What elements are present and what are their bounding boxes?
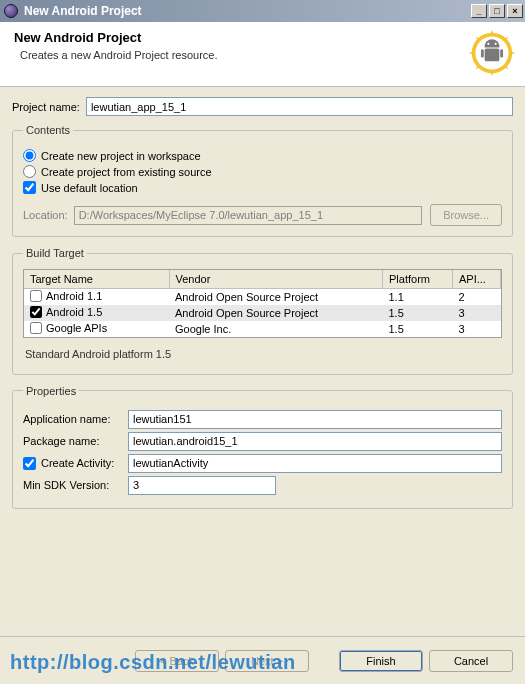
table-row[interactable]: Google APIsGoogle Inc.1.53 [24, 321, 501, 337]
back-button: < Back [135, 650, 219, 672]
min-sdk-label: Min SDK Version: [23, 479, 109, 491]
create-existing-label[interactable]: Create project from existing source [41, 166, 212, 178]
create-activity-label: Create Activity: [41, 457, 114, 469]
build-target-group: Build Target Target Name Vendor Platform… [12, 247, 513, 375]
table-row[interactable]: Android 1.5Android Open Source Project1.… [24, 305, 501, 321]
android-badge-icon [469, 30, 515, 76]
use-default-location-label[interactable]: Use default location [41, 182, 138, 194]
target-checkbox[interactable] [30, 322, 42, 334]
package-name-label: Package name: [23, 435, 99, 447]
table-row[interactable]: Android 1.1Android Open Source Project1.… [24, 288, 501, 305]
svg-marker-4 [510, 51, 515, 55]
target-vendor: Android Open Source Project [169, 305, 383, 321]
project-name-row: Project name: [12, 97, 513, 116]
package-name-input[interactable] [128, 432, 502, 451]
target-checkbox[interactable] [30, 306, 42, 318]
create-new-label[interactable]: Create new project in workspace [41, 150, 201, 162]
page-title: New Android Project [14, 30, 469, 45]
create-existing-radio[interactable] [23, 165, 36, 178]
target-api: 2 [453, 288, 501, 305]
target-platform: 1.5 [383, 321, 453, 337]
svg-point-12 [495, 43, 497, 45]
target-vendor: Android Open Source Project [169, 288, 383, 305]
target-platform: 1.5 [383, 305, 453, 321]
window-title: New Android Project [24, 4, 469, 18]
next-button: Next > [225, 650, 309, 672]
create-new-radio[interactable] [23, 149, 36, 162]
col-api[interactable]: API... [453, 270, 501, 288]
col-vendor[interactable]: Vendor [169, 270, 383, 288]
wizard-footer: < Back Next > Finish Cancel [0, 636, 525, 684]
target-name: Android 1.5 [46, 306, 102, 318]
create-activity-input[interactable] [128, 454, 502, 473]
properties-legend: Properties [23, 385, 79, 397]
titlebar: New Android Project _ □ × [0, 0, 525, 22]
target-checkbox[interactable] [30, 290, 42, 302]
contents-group: Contents Create new project in workspace… [12, 124, 513, 237]
location-input [74, 206, 422, 225]
target-platform: 1.1 [383, 288, 453, 305]
target-api: 3 [453, 321, 501, 337]
browse-button: Browse... [430, 204, 502, 226]
svg-point-11 [487, 43, 489, 45]
app-name-label: Application name: [23, 413, 110, 425]
col-target[interactable]: Target Name [24, 270, 169, 288]
target-api: 3 [453, 305, 501, 321]
build-target-legend: Build Target [23, 247, 87, 259]
svg-marker-2 [490, 71, 494, 76]
minimize-button[interactable]: _ [471, 4, 487, 18]
location-label: Location: [23, 209, 68, 221]
svg-rect-10 [485, 48, 500, 61]
svg-rect-14 [500, 49, 503, 57]
finish-button[interactable]: Finish [339, 650, 423, 672]
close-button[interactable]: × [507, 4, 523, 18]
col-platform[interactable]: Platform [383, 270, 453, 288]
create-activity-checkbox[interactable] [23, 457, 36, 470]
maximize-button[interactable]: □ [489, 4, 505, 18]
app-name-input[interactable] [128, 410, 502, 429]
min-sdk-input[interactable] [128, 476, 276, 495]
project-name-label: Project name: [12, 101, 80, 113]
target-name: Google APIs [46, 322, 107, 334]
target-name: Android 1.1 [46, 290, 102, 302]
svg-rect-13 [481, 49, 484, 57]
platform-note: Standard Android platform 1.5 [25, 348, 500, 360]
page-subtitle: Creates a new Android Project resource. [20, 49, 469, 61]
properties-group: Properties Application name: Package nam… [12, 385, 513, 509]
use-default-location-checkbox[interactable] [23, 181, 36, 194]
wizard-header: New Android Project Creates a new Androi… [0, 22, 525, 87]
eclipse-icon [4, 4, 18, 18]
contents-legend: Contents [23, 124, 73, 136]
target-vendor: Google Inc. [169, 321, 383, 337]
svg-marker-3 [469, 51, 474, 55]
cancel-button[interactable]: Cancel [429, 650, 513, 672]
target-table: Target Name Vendor Platform API... Andro… [23, 269, 502, 338]
project-name-input[interactable] [86, 97, 513, 116]
svg-marker-1 [490, 30, 494, 35]
